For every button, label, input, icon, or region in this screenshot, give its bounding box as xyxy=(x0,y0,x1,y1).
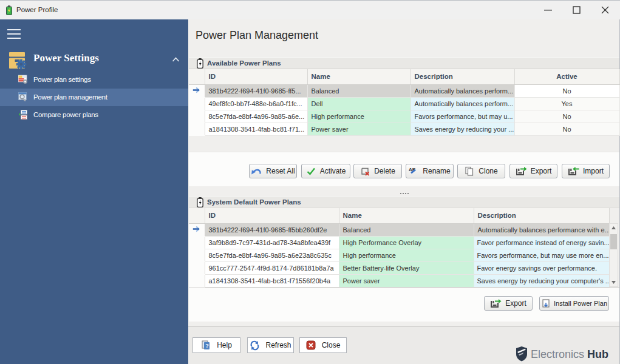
svg-text:Electronics Hub: Electronics Hub xyxy=(531,348,608,360)
svg-text:?: ? xyxy=(205,343,209,349)
